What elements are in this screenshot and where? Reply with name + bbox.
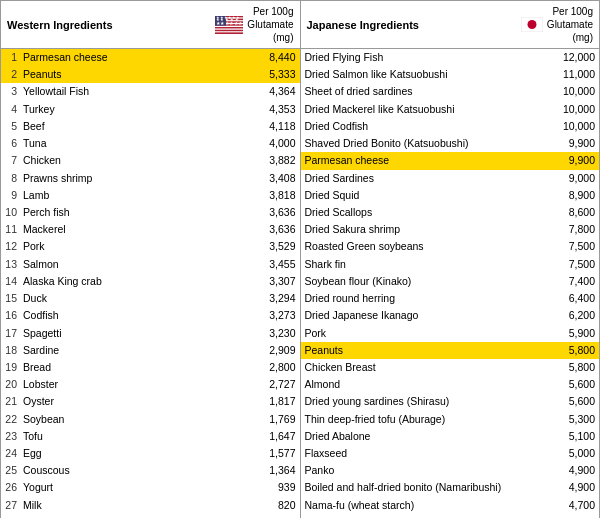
western-header-right: Per 100g Glutamate (mg)	[247, 5, 293, 44]
value-cell: 3,455	[256, 256, 300, 273]
svg-rect-8	[215, 27, 243, 28]
table-row: 23 Tofu 1,647	[1, 428, 300, 445]
table-row: 6 Tuna 4,000	[1, 135, 300, 152]
table-row: 10 Perch fish 3,636	[1, 204, 300, 221]
table-row: Dried Japanese Ikanago 6,200	[301, 307, 600, 324]
western-table: 1 Parmesan cheese 8,440 2 Peanuts 5,333 …	[1, 49, 300, 518]
value-cell: 8,440	[256, 49, 300, 66]
name-cell: Chicken Breast	[301, 359, 556, 376]
table-row: 15 Duck 3,294	[1, 290, 300, 307]
table-row: Flaxseed 5,000	[301, 445, 600, 462]
name-cell: Panko	[301, 462, 556, 479]
rank-cell: 16	[1, 307, 19, 324]
table-row: 5 Beef 4,118	[1, 118, 300, 135]
name-cell: Thin deep-fried tofu (Aburage)	[301, 411, 556, 428]
value-cell: 800	[256, 514, 300, 518]
table-row: 14 Alaska King crab 3,307	[1, 273, 300, 290]
western-header: Western Ingredients	[1, 1, 300, 49]
value-cell: 4,353	[256, 101, 300, 118]
value-cell: 7,400	[555, 273, 599, 290]
table-row: Peanuts 5,800	[301, 342, 600, 359]
rank-cell: 17	[1, 325, 19, 342]
name-cell: Bread	[19, 359, 256, 376]
name-cell: Soybean	[19, 411, 256, 428]
rank-cell: 6	[1, 135, 19, 152]
value-cell: 3,636	[256, 204, 300, 221]
name-cell: Chicken	[19, 152, 256, 169]
table-row: Sheet of dried sardines 10,000	[301, 83, 600, 100]
value-cell: 3,882	[256, 152, 300, 169]
value-cell: 6,200	[555, 307, 599, 324]
name-cell: Roasted Green soybeans	[301, 238, 556, 255]
table-row: 25 Couscous 1,364	[1, 462, 300, 479]
rank-cell: 22	[1, 411, 19, 428]
rank-cell: 24	[1, 445, 19, 462]
western-panel: Western Ingredients	[1, 1, 301, 518]
value-cell: 6,400	[555, 290, 599, 307]
value-cell: 5,300	[555, 411, 599, 428]
value-cell: 12,000	[555, 49, 599, 66]
value-cell: 4,600	[555, 514, 599, 518]
table-row: 20 Lobster 2,727	[1, 376, 300, 393]
japanese-header: Japanese Ingredients Per 100g Glutamate …	[301, 1, 600, 49]
name-cell: Garlic	[19, 514, 256, 518]
value-cell: 2,727	[256, 376, 300, 393]
name-cell: Dried Squid	[301, 187, 556, 204]
name-cell: Prawns shrimp	[19, 170, 256, 187]
value-cell: 7,500	[555, 238, 599, 255]
name-cell: Shark fin	[301, 256, 556, 273]
svg-point-18	[527, 20, 536, 29]
name-cell: Peanuts	[19, 66, 256, 83]
name-cell: Dried Scallops	[301, 204, 556, 221]
rank-cell: 7	[1, 152, 19, 169]
name-cell: Yellowtail Fish	[19, 83, 256, 100]
name-cell: Peanuts	[301, 342, 556, 359]
name-cell: Tuna	[19, 135, 256, 152]
table-row: Nama-fu (wheat starch) 4,700	[301, 497, 600, 514]
rank-cell: 20	[1, 376, 19, 393]
table-row: Yuba (Tofu skin) 4,600	[301, 514, 600, 518]
rank-cell: 19	[1, 359, 19, 376]
name-cell: Egg	[19, 445, 256, 462]
table-row: Shark fin 7,500	[301, 256, 600, 273]
table-row: Dried round herring 6,400	[301, 290, 600, 307]
name-cell: Yogurt	[19, 479, 256, 496]
svg-rect-9	[215, 28, 243, 29]
rank-cell: 28	[1, 514, 19, 518]
name-cell: Dried Japanese Ikanago	[301, 307, 556, 324]
name-cell: Boiled and half-dried bonito (Namaribush…	[301, 479, 556, 496]
name-cell: Dried Mackerel like Katsuobushi	[301, 101, 556, 118]
table-row: 2 Peanuts 5,333	[1, 66, 300, 83]
japanese-table: Dried Flying Fish 12,000 Dried Salmon li…	[301, 49, 600, 518]
table-row: Parmesan cheese 9,900	[301, 152, 600, 169]
table-row: 28 Garlic 800	[1, 514, 300, 518]
name-cell: Dried Sardines	[301, 170, 556, 187]
table-row: Thin deep-fried tofu (Aburage) 5,300	[301, 411, 600, 428]
value-cell: 4,900	[555, 479, 599, 496]
jp-flag-icon	[521, 17, 543, 32]
rank-cell: 8	[1, 170, 19, 187]
name-cell: Duck	[19, 290, 256, 307]
name-cell: Dried round herring	[301, 290, 556, 307]
value-cell: 9,000	[555, 170, 599, 187]
table-row: 12 Pork 3,529	[1, 238, 300, 255]
name-cell: Pork	[301, 325, 556, 342]
value-cell: 8,900	[555, 187, 599, 204]
value-cell: 4,118	[256, 118, 300, 135]
value-cell: 10,000	[555, 101, 599, 118]
value-cell: 1,817	[256, 393, 300, 410]
table-row: 17 Spagetti 3,230	[1, 325, 300, 342]
table-row: Dried young sardines (Shirasu) 5,600	[301, 393, 600, 410]
table-row: Dried Scallops 8,600	[301, 204, 600, 221]
value-cell: 8,600	[555, 204, 599, 221]
table-row: 1 Parmesan cheese 8,440	[1, 49, 300, 66]
name-cell: Spagetti	[19, 325, 256, 342]
value-cell: 5,800	[555, 359, 599, 376]
table-row: 3 Yellowtail Fish 4,364	[1, 83, 300, 100]
value-cell: 1,647	[256, 428, 300, 445]
name-cell: Beef	[19, 118, 256, 135]
rank-cell: 11	[1, 221, 19, 238]
table-row: 18 Sardine 2,909	[1, 342, 300, 359]
name-cell: Flaxseed	[301, 445, 556, 462]
name-cell: Parmesan cheese	[19, 49, 256, 66]
